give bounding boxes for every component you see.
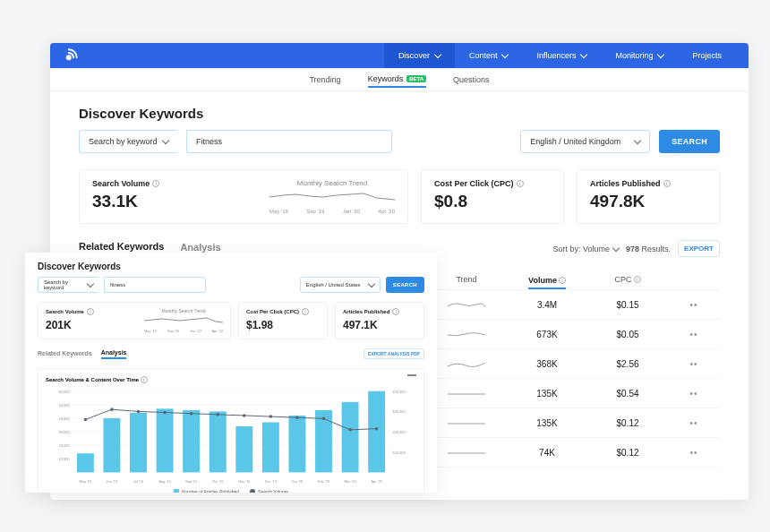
subnav-keywords[interactable]: KeywordsBETA xyxy=(368,74,426,88)
search-button[interactable]: SEARCH xyxy=(386,277,424,293)
cell-cpc: $2.56 xyxy=(609,359,646,369)
info-icon[interactable]: i xyxy=(302,308,309,315)
subnav-label: Trending xyxy=(309,75,340,84)
metric-label: Articles Publishedi xyxy=(343,308,416,315)
cell-volume: 368K xyxy=(528,359,566,369)
legend-swatch xyxy=(174,489,179,493)
nav-label: Projects xyxy=(692,51,722,60)
cpc-card: Cost Per Click (CPC)i $0.8 xyxy=(421,169,564,224)
svg-text:20,000: 20,000 xyxy=(59,443,71,448)
info-icon[interactable]: i xyxy=(152,180,159,187)
search-row: Search by keyword fitness English / Unit… xyxy=(38,277,424,293)
volume-content-chart: 10,00020,00030,00040,00050,00060,000100,… xyxy=(46,387,416,487)
metric-value: 201K xyxy=(46,319,94,331)
info-icon[interactable]: i xyxy=(663,180,671,187)
cell-trend xyxy=(448,358,485,369)
trend-months: May '19 Sep '19 Jan '20 Apr '20 xyxy=(144,329,223,333)
sparkline-icon xyxy=(448,358,485,369)
subnav-questions[interactable]: Questions xyxy=(453,75,490,84)
app-logo-icon xyxy=(63,47,79,64)
results-info: Sort by: Volume 978 Results. EXPORT xyxy=(552,240,720,257)
sort-select[interactable]: Sort by: Volume xyxy=(552,245,619,253)
search-mode-select[interactable]: Search by keyword xyxy=(38,277,98,293)
cell-cpc: $0.15 xyxy=(609,300,646,310)
cell-trend xyxy=(448,329,485,339)
search-volume-card: Search Volumei 201K Monthly Search Trend… xyxy=(38,302,231,339)
svg-text:10,000: 10,000 xyxy=(59,457,71,461)
metric-cards: Search Volumei 33.1K Monthly Search Tren… xyxy=(79,169,720,224)
svg-text:Dec '19: Dec '19 xyxy=(265,479,277,484)
subnav-label: Questions xyxy=(453,75,490,84)
subnav-label: Keywords xyxy=(368,74,404,83)
col-cpc[interactable]: CPCi xyxy=(609,275,646,284)
info-icon[interactable]: i xyxy=(141,376,148,383)
row-menu-icon[interactable]: •• xyxy=(689,389,698,399)
nav-influencers[interactable]: Influencers xyxy=(522,43,601,68)
svg-text:Jan '20: Jan '20 xyxy=(292,479,304,484)
cell-cpc: $0.12 xyxy=(609,448,646,458)
nav-discover[interactable]: Discover xyxy=(384,43,455,68)
nav-monitoring[interactable]: Monitoring xyxy=(601,43,678,68)
row-menu-icon[interactable]: •• xyxy=(689,330,698,339)
legend-swatch xyxy=(250,489,255,493)
nav-projects[interactable]: Projects xyxy=(678,43,736,68)
search-volume-card: Search Volumei 33.1K Monthly Search Tren… xyxy=(79,169,408,224)
monthly-trend: Monthly Search Trend May '19 Sep '19 Jan… xyxy=(270,179,395,214)
keyword-input[interactable]: Fitness xyxy=(186,130,392,153)
svg-text:May '19: May '19 xyxy=(80,479,92,484)
trend-label: Monthly Search Trend xyxy=(144,308,223,313)
results-count: 978 xyxy=(626,245,639,253)
collapse-icon[interactable] xyxy=(407,374,416,376)
cell-cpc: $0.05 xyxy=(609,330,646,339)
export-pdf-button[interactable]: EXPORT ANALYSIS PDF xyxy=(364,348,424,359)
cell-trend xyxy=(448,417,485,428)
cpc-card: Cost Per Click (CPC)i $1.98 xyxy=(238,302,328,339)
nav-content[interactable]: Content xyxy=(455,43,523,68)
chevron-down-icon xyxy=(501,51,509,58)
svg-text:Jul '19: Jul '19 xyxy=(133,479,143,484)
language-value: English / United Kingdom xyxy=(530,137,620,146)
subnav-trending[interactable]: Trending xyxy=(309,75,340,84)
row-menu-icon[interactable]: •• xyxy=(689,448,698,458)
svg-text:Nov '19: Nov '19 xyxy=(238,479,250,484)
info-icon[interactable]: i xyxy=(517,180,524,187)
trend-sparkline xyxy=(270,189,395,207)
language-select[interactable]: English / United States xyxy=(300,277,381,293)
nav-label: Influencers xyxy=(536,51,576,60)
col-volume[interactable]: Volumei xyxy=(528,275,566,289)
svg-rect-21 xyxy=(183,410,200,473)
export-button[interactable]: EXPORT xyxy=(678,240,720,257)
monthly-trend: Monthly Search Trend May '19 Sep '19 Jan… xyxy=(144,308,223,333)
svg-rect-27 xyxy=(342,402,359,473)
svg-rect-23 xyxy=(235,426,252,472)
chevron-down-icon xyxy=(162,137,169,144)
row-menu-icon[interactable]: •• xyxy=(689,418,698,428)
subtab-analysis[interactable]: Analysis xyxy=(101,349,127,359)
language-select[interactable]: English / United Kingdom xyxy=(520,130,650,153)
metric-cards: Search Volumei 201K Monthly Search Trend… xyxy=(38,302,424,339)
metric-value: $0.8 xyxy=(434,192,551,211)
svg-rect-20 xyxy=(157,408,174,472)
info-icon[interactable]: i xyxy=(392,308,399,315)
info-icon: i xyxy=(634,276,641,283)
row-menu-icon[interactable]: •• xyxy=(689,300,698,310)
chevron-down-icon xyxy=(434,51,441,58)
keyword-input[interactable]: fitness xyxy=(104,277,206,293)
metric-value: 497.8K xyxy=(590,192,706,211)
metric-label: Search Volumei xyxy=(92,179,159,188)
metric-value: 497.1K xyxy=(343,319,416,331)
search-button[interactable]: SEARCH xyxy=(659,130,720,153)
chart-card: Search Volume & Content Over Time i 10,0… xyxy=(38,368,424,493)
svg-text:400,000: 400,000 xyxy=(392,390,406,394)
svg-text:200,000: 200,000 xyxy=(392,430,406,434)
info-icon[interactable]: i xyxy=(87,308,94,315)
chevron-down-icon xyxy=(657,51,664,58)
col-trend[interactable]: Trend xyxy=(448,275,485,284)
subtab-related[interactable]: Related Keywords xyxy=(38,350,92,358)
results-label: Results. xyxy=(642,245,672,253)
search-mode-select[interactable]: Search by keyword xyxy=(79,130,177,153)
svg-rect-24 xyxy=(262,423,279,473)
cell-trend xyxy=(448,299,485,310)
row-menu-icon[interactable]: •• xyxy=(689,359,698,369)
svg-rect-25 xyxy=(288,416,305,472)
